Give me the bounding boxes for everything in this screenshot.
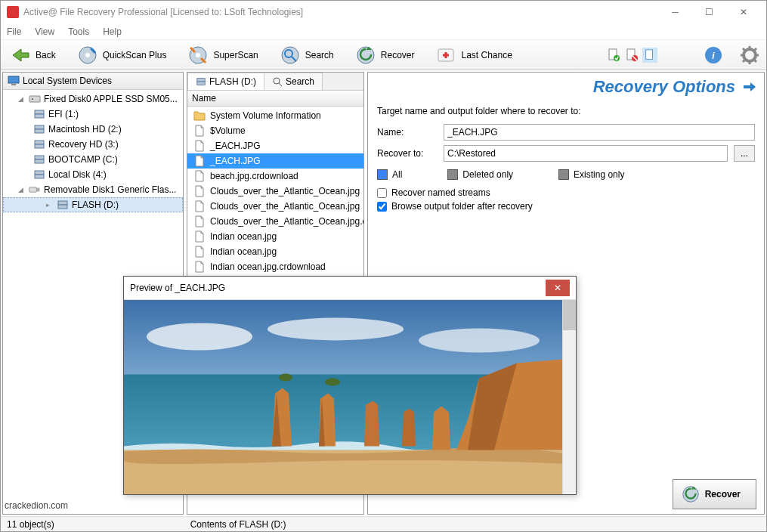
list-item[interactable]: Indian ocean.jpg — [187, 244, 363, 259]
doc-select-icon[interactable] — [642, 48, 657, 63]
svg-rect-29 — [35, 175, 44, 178]
name-label: Name: — [377, 127, 438, 138]
recover-action-button[interactable]: Recover — [673, 479, 756, 509]
svg-rect-25 — [35, 144, 44, 148]
expander-icon[interactable]: ▸ — [46, 201, 54, 209]
file-name: Indian ocean.jpg — [210, 246, 277, 257]
svg-rect-31 — [36, 188, 39, 192]
removable-disk-node[interactable]: ◢ Removable Disk1 Generic Flas... — [3, 182, 183, 197]
file-icon — [193, 170, 206, 182]
list-item[interactable]: System Volume Information — [187, 108, 363, 123]
list-item[interactable]: Clouds_over_the_Atlantic_Ocean.jpg — [187, 199, 363, 214]
recover-streams-checkbox[interactable] — [377, 188, 387, 198]
volume-item[interactable]: Local Disk (4:) — [3, 167, 183, 182]
file-icon — [193, 140, 206, 152]
file-name: Clouds_over_the_Atlantic_Ocean.jpg — [210, 201, 360, 212]
preview-window[interactable]: Preview of _EACH.JPG ✕ — [123, 276, 577, 495]
volume-icon — [33, 123, 45, 135]
list-item[interactable]: Clouds_over_the_Atlantic_Ocean.jpg — [187, 184, 363, 199]
recover-button[interactable]: Recover — [352, 43, 418, 67]
back-arrow-icon — [10, 45, 31, 66]
preview-image — [124, 300, 562, 494]
file-icon — [193, 125, 206, 137]
menu-view[interactable]: View — [35, 26, 54, 37]
search-button[interactable]: Search — [277, 43, 337, 67]
volume-item[interactable]: EFI (1:) — [3, 107, 183, 122]
menu-tools[interactable]: Tools — [68, 26, 89, 37]
name-input[interactable] — [444, 124, 755, 141]
maximize-button[interactable]: ☐ — [692, 2, 726, 23]
doc-block-icon[interactable] — [624, 48, 639, 63]
lastchance-button[interactable]: Last Chance — [432, 43, 515, 67]
svg-rect-18 — [29, 96, 40, 102]
file-name: Clouds_over_the_Atlantic_Ocean.jpg.crdow… — [210, 216, 363, 227]
hdd-icon — [29, 93, 41, 105]
browse-button[interactable]: ... — [734, 145, 755, 162]
file-icon — [193, 230, 206, 243]
quickscan-button[interactable]: QuickScan Plus — [74, 43, 170, 67]
preview-close-button[interactable]: ✕ — [546, 280, 570, 296]
list-item[interactable]: _EACH.JPG — [187, 138, 363, 153]
quickscan-icon — [77, 45, 98, 66]
toolbar: Back QuickScan Plus SuperScan Search Rec… — [1, 40, 766, 70]
menu-help[interactable]: Help — [103, 26, 122, 37]
list-item[interactable]: Indian ocean.jpg.crdownload — [187, 259, 363, 274]
list-item[interactable]: $Volume — [187, 123, 363, 138]
volume-item[interactable]: Recovery HD (3:) — [3, 137, 183, 152]
list-item[interactable]: beach.jpg.crdownload — [187, 169, 363, 184]
folder-icon — [193, 110, 206, 122]
browse-output-label: Browse output folder after recovery — [391, 201, 533, 212]
volume-icon — [33, 138, 45, 150]
column-header-name[interactable]: Name — [187, 91, 363, 107]
back-button[interactable]: Back — [7, 43, 59, 67]
file-name: _EACH.JPG — [210, 141, 261, 151]
svg-point-15 — [744, 49, 756, 61]
superscan-button[interactable]: SuperScan — [184, 43, 261, 67]
expander-icon[interactable]: ◢ — [18, 95, 26, 103]
svg-point-39 — [147, 323, 252, 351]
expander-icon[interactable]: ◢ — [18, 186, 26, 193]
file-name: Indian ocean.jpg.crdownload — [210, 261, 326, 272]
menu-file[interactable]: File — [7, 26, 21, 37]
svg-rect-26 — [35, 156, 44, 159]
window-title: Active@ File Recovery Professional [Lice… — [23, 7, 658, 17]
tab-flash[interactable]: FLASH (D:) — [187, 73, 264, 90]
filter-existing[interactable]: Existing only — [558, 169, 624, 180]
file-icon — [193, 200, 206, 212]
svg-rect-35 — [197, 82, 206, 85]
instructions-text: Target name and output folder where to r… — [377, 106, 755, 116]
settings-icon[interactable] — [739, 45, 760, 66]
list-item[interactable]: _EACH.JPG — [187, 153, 363, 169]
svg-rect-12 — [646, 49, 653, 58]
svg-point-41 — [419, 329, 540, 353]
file-icon — [193, 261, 206, 273]
filter-all[interactable]: All — [377, 169, 402, 180]
file-name: beach.jpg.crdownload — [210, 171, 298, 181]
help-icon[interactable]: i — [703, 45, 724, 66]
fixed-disk-node[interactable]: ◢ Fixed Disk0 APPLE SSD SM05... — [3, 91, 183, 107]
recover-button-icon — [681, 484, 701, 504]
svg-rect-28 — [35, 171, 44, 175]
preview-scrollbar[interactable] — [562, 300, 576, 494]
next-arrow-icon[interactable] — [743, 82, 756, 92]
lastchance-icon — [435, 45, 456, 66]
flash-drive-item[interactable]: ▸ FLASH (D:) — [3, 197, 183, 212]
statusbar: 11 object(s) Contents of FLASH (D:) — [1, 516, 766, 531]
watermark: crackedion.com — [5, 500, 68, 511]
svg-point-40 — [268, 318, 404, 341]
list-item[interactable]: Indian ocean.jpg — [187, 229, 363, 244]
svg-rect-27 — [35, 159, 44, 163]
filter-deleted[interactable]: Deleted only — [447, 169, 513, 180]
recover-to-input[interactable] — [444, 145, 728, 162]
list-item[interactable]: Clouds_over_the_Atlantic_Ocean.jpg.crdow… — [187, 214, 363, 229]
svg-rect-21 — [35, 114, 44, 118]
scroll-thumb[interactable] — [563, 300, 576, 330]
volume-item[interactable]: BOOTCAMP (C:) — [3, 152, 183, 167]
search-icon — [280, 45, 301, 66]
browse-output-checkbox[interactable] — [377, 202, 387, 212]
doc-check-icon[interactable] — [606, 48, 621, 63]
tab-search[interactable]: Search — [264, 73, 323, 90]
close-button[interactable]: ✕ — [726, 2, 760, 23]
minimize-button[interactable]: ─ — [658, 2, 692, 23]
volume-item[interactable]: Macintosh HD (2:) — [3, 122, 183, 137]
